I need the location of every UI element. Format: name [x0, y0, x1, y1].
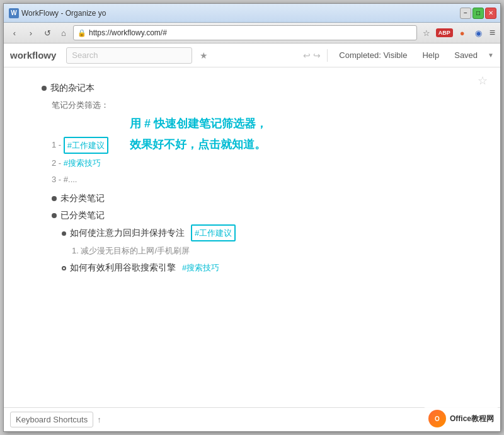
browser-menu-button[interactable]: ≡	[488, 27, 496, 38]
list-item: 已分类笔记	[42, 207, 475, 223]
item-text: 已分类笔记	[60, 207, 105, 223]
bullet-icon	[52, 213, 57, 218]
main-content: ☆ 我的杂记本 笔记分类筛选： 1 - #工作建议 用 # 快速创建笔记筛选器，…	[4, 67, 500, 407]
item-text: 如何使注意力回归并保持专注	[70, 225, 187, 241]
list-item: 如何使注意力回归并保持专注 #工作建议	[42, 224, 475, 241]
list-item: 我的杂记本	[42, 80, 475, 96]
browser-toolbar: ‹ › ↺ ⌂ 🔒 https://workflowy.com/# ☆ ABP …	[4, 23, 500, 44]
browser-action-icons: ☆ ABP ● ◉ ≡	[420, 26, 496, 40]
minimize-button[interactable]: −	[460, 8, 471, 19]
sub-bullet-icon	[62, 231, 66, 236]
forward-button[interactable]: ›	[24, 26, 38, 40]
bullet-icon	[52, 196, 57, 201]
number-label: 1. 减少漫无目标的上网/手机刷屏	[72, 246, 190, 255]
up-arrow-icon: ↑	[97, 415, 101, 424]
refresh-button[interactable]: ↺	[40, 26, 54, 40]
filter-prefix-1: 1 -	[52, 141, 64, 150]
window-controls[interactable]: − □ ✕	[460, 8, 496, 19]
address-text: https://workflowy.com/#	[89, 28, 167, 37]
list-item: 如何有效利用谷歌搜索引擎 #搜索技巧	[42, 260, 475, 276]
search-star-icon[interactable]: ★	[200, 50, 208, 61]
list-item: 未分类笔记	[42, 190, 475, 206]
item-text: 未分类笔记	[60, 190, 105, 206]
filter-label-row: 笔记分类筛选：	[42, 97, 475, 113]
help-button[interactable]: Help	[417, 48, 444, 62]
browser-ext-icon[interactable]: ●	[455, 26, 469, 40]
app-logo: workflowy	[10, 50, 56, 61]
favicon-icon: W	[9, 8, 19, 18]
saved-dropdown-icon[interactable]: ▼	[488, 52, 494, 59]
undo-button[interactable]: ↩	[303, 50, 311, 61]
bullet-icon	[42, 86, 47, 91]
browser-icon-2[interactable]: ◉	[472, 26, 486, 40]
saved-button[interactable]: Saved	[449, 48, 483, 62]
filter-prefix-2: 2 -	[52, 158, 64, 168]
watermark: O Office教程网	[423, 407, 499, 430]
toolbar-right: Completed: Visible Help Saved ▼	[334, 48, 494, 62]
back-button[interactable]: ‹	[8, 26, 21, 40]
hashtag-link-inline[interactable]: #搜索技巧	[182, 260, 219, 275]
home-button[interactable]: ⌂	[57, 26, 71, 40]
close-button[interactable]: ✕	[485, 8, 496, 19]
lock-icon: 🔒	[77, 29, 86, 37]
filter-item-1[interactable]: 1 - #工作建议 用 # 快速创建笔记筛选器，效果好不好，点击就知道。	[42, 113, 475, 154]
title-bar: W WorkFlowy - Organize yo − □ ✕	[4, 4, 500, 23]
undo-redo-group: ↩ ↪	[303, 50, 321, 61]
redo-button[interactable]: ↪	[313, 50, 321, 61]
list-item: 1. 减少漫无目标的上网/手机刷屏	[42, 243, 475, 258]
hashtag-box-1[interactable]: #工作建议	[64, 137, 108, 154]
item-text: 我的杂记本	[50, 80, 94, 96]
notes-tree: 我的杂记本 笔记分类筛选： 1 - #工作建议 用 # 快速创建笔记筛选器，效果…	[42, 80, 475, 276]
circle-bullet-icon	[62, 266, 66, 270]
filter-text-3: #....	[64, 175, 77, 184]
hashtag-link-2[interactable]: #搜索技巧	[64, 158, 101, 168]
completed-button[interactable]: Completed: Visible	[334, 48, 412, 62]
filter-item-3[interactable]: 3 - #....	[42, 171, 475, 187]
maximize-button[interactable]: □	[472, 8, 484, 19]
item-text: 如何有效利用谷歌搜索引擎	[70, 260, 178, 276]
annotation-bubble: 用 # 快速创建笔记筛选器，效果好不好，点击就知道。	[130, 113, 267, 154]
address-bar[interactable]: 🔒 https://workflowy.com/#	[73, 25, 417, 40]
filter-prefix-3: 3 -	[52, 175, 64, 184]
bookmark-star-icon[interactable]: ☆	[420, 26, 433, 40]
app-toolbar: workflowy Search ★ ↩ ↪ Completed: Visibl…	[4, 44, 500, 67]
page-star-icon[interactable]: ☆	[478, 74, 488, 88]
hashtag-box-inline[interactable]: #工作建议	[191, 224, 236, 241]
search-box[interactable]: Search	[66, 47, 192, 64]
watermark-text: Office教程网	[450, 414, 494, 424]
keyboard-shortcuts-button[interactable]: Keyboard Shortcuts	[10, 412, 93, 427]
search-placeholder: Search	[72, 50, 98, 60]
window-title: WorkFlowy - Organize yo	[21, 9, 460, 18]
filter-item-2[interactable]: 2 - #搜索技巧	[42, 155, 475, 171]
adblock-button[interactable]: ABP	[436, 28, 453, 37]
watermark-logo-icon: O	[428, 410, 446, 427]
toolbar-separator	[327, 49, 328, 62]
filter-label: 笔记分类筛选：	[52, 100, 109, 110]
